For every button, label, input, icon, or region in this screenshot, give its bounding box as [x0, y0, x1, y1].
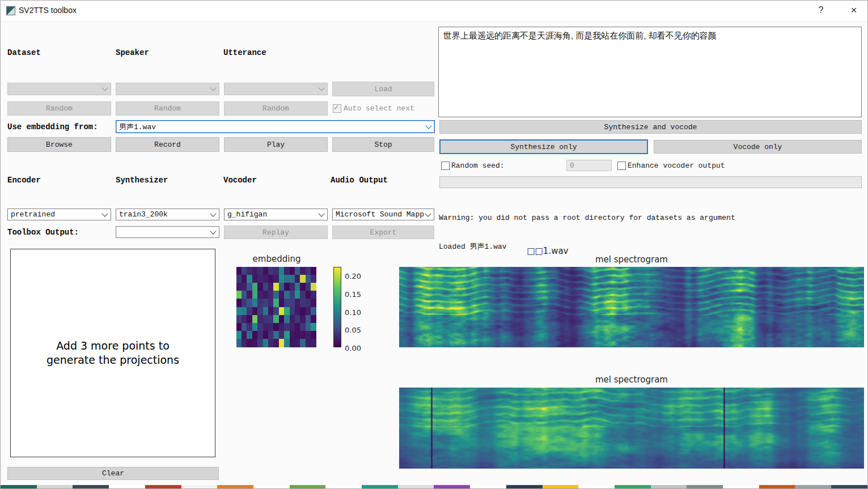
colorbar-tick: 0.05 — [345, 326, 361, 334]
toolbox-output-select[interactable] — [116, 226, 219, 238]
synthesize-and-vocode-button[interactable]: Synthesize and vocode — [439, 120, 862, 134]
play-button[interactable]: Play — [224, 137, 328, 152]
toolbox-output-label: Toolbox Output: — [7, 228, 79, 237]
colorbar-tick: 0.20 — [345, 272, 361, 280]
embedding-source-value: 男声1.wav — [119, 122, 156, 132]
chevron-down-icon — [101, 84, 108, 91]
chevron-down-icon — [210, 228, 216, 234]
help-button[interactable]: ? — [812, 3, 829, 18]
load-button[interactable]: Load — [332, 82, 434, 96]
clear-button[interactable]: Clear — [7, 467, 219, 480]
chevron-down-icon — [101, 210, 108, 216]
chevron-down-icon — [425, 122, 431, 129]
progress-bar — [439, 176, 862, 188]
random-seed-label: Random seed: — [451, 161, 505, 170]
embedding-source-select[interactable]: 男声1.wav — [116, 120, 435, 133]
export-button[interactable]: Export — [332, 226, 434, 239]
record-button[interactable]: Record — [116, 137, 219, 152]
close-button[interactable]: × — [845, 3, 862, 18]
encoder-select[interactable]: pretrained — [7, 209, 111, 220]
seed-input[interactable]: 0 — [566, 160, 612, 171]
chevron-down-icon — [210, 210, 216, 216]
replay-button[interactable]: Replay — [224, 226, 328, 239]
utterance-select[interactable] — [224, 83, 328, 95]
synthesizer-label: Synthesizer — [116, 176, 168, 185]
auto-select-next-checkbox[interactable] — [333, 104, 341, 113]
dataset-select[interactable] — [7, 83, 111, 95]
synthesize-only-button[interactable]: Synthesize only — [439, 139, 648, 154]
random-dataset-button[interactable]: Random — [7, 101, 111, 116]
projection-plot: Add 3 more points to generate the projec… — [10, 249, 215, 457]
random-speaker-button[interactable]: Random — [116, 101, 219, 116]
dataset-label: Dataset — [7, 48, 41, 57]
mel-spectrogram-bottom — [399, 388, 864, 469]
chevron-down-icon — [210, 84, 216, 91]
colorbar-tick: 0.10 — [345, 308, 361, 317]
chevron-down-icon — [318, 210, 324, 216]
random-utterance-button[interactable]: Random — [224, 101, 328, 116]
window-title: SV2TTS toolbox — [19, 6, 77, 15]
colorbar-tick: 0.15 — [345, 290, 361, 299]
chevron-down-icon — [425, 210, 431, 216]
speaker-select[interactable] — [116, 83, 219, 95]
encoder-label: Encoder — [7, 176, 41, 185]
embedding-heatmap — [236, 267, 316, 347]
audio-output-value: Microsoft Sound Mapp — [336, 210, 424, 219]
auto-select-next-label: Auto select next — [344, 104, 414, 113]
speaker-label: Speaker — [116, 48, 149, 57]
synthesis-text-input[interactable]: 世界上最遥远的距离不是天涯海角, 而是我站在你面前, 却看不见你的容颜 — [438, 27, 862, 117]
embedding-plot-title: embedding — [236, 254, 317, 264]
mel-spectrogram-bottom-title: mel spectrogram — [399, 375, 864, 385]
chevron-down-icon — [318, 84, 324, 91]
audio-output-label: Audio Output — [331, 176, 388, 185]
log-line: Warning: you did not pass a root directo… — [439, 213, 784, 223]
vocode-only-button[interactable]: Vocode only — [654, 140, 862, 154]
utterance-label: Utterance — [223, 48, 266, 57]
synthesizer-value: train3_200k — [119, 210, 168, 219]
app-icon — [6, 6, 15, 15]
stop-button[interactable]: Stop — [332, 137, 434, 152]
projection-message-line1: Add 3 more points to — [56, 339, 170, 353]
colorbar-tick: 0.00 — [345, 344, 361, 352]
audio-output-select[interactable]: Microsoft Sound Mapp — [332, 209, 434, 220]
browse-button[interactable]: Browse — [7, 137, 111, 152]
enhance-vocoder-label: Enhance vocoder output — [628, 161, 725, 170]
vocoder-label: Vocoder — [223, 176, 257, 185]
app-window: SV2TTS toolbox ? × Dataset Speaker Utter… — [0, 0, 868, 489]
background-window-strip — [1, 485, 867, 489]
vocoder-select[interactable]: g_hifigan — [224, 209, 328, 220]
use-embedding-from-label: Use embedding from: — [7, 122, 98, 131]
random-seed-checkbox[interactable] — [441, 161, 450, 170]
mel-spectrogram-top-title: mel spectrogram — [399, 254, 864, 265]
mel-spectrogram-top — [399, 267, 864, 347]
embedding-colorbar — [333, 267, 341, 347]
encoder-value: pretrained — [11, 210, 55, 219]
synthesizer-select[interactable]: train3_200k — [116, 209, 219, 220]
title-bar: SV2TTS toolbox ? × — [1, 1, 867, 22]
vocoder-value: g_hifigan — [227, 210, 267, 219]
enhance-vocoder-checkbox[interactable] — [617, 161, 626, 170]
projection-message-line2: generate the projections — [46, 353, 179, 367]
